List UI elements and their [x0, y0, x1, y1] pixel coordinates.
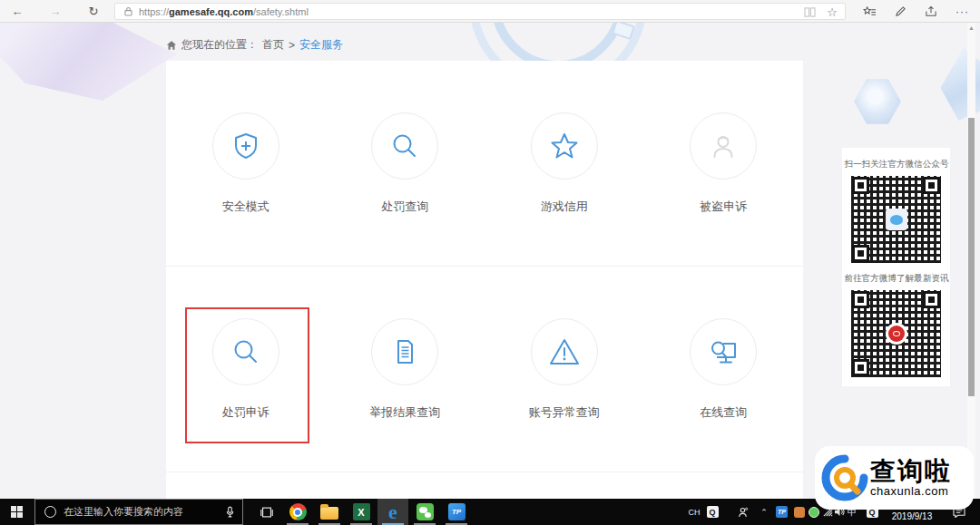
services-row-2: 处罚申诉 举报结果查询 账号异常查询 — [166, 267, 803, 472]
watermark-title: 查询啦 — [870, 458, 952, 485]
url-text: https://gamesafe.qq.com/safety.shtml — [139, 6, 309, 17]
shield-plus-icon — [212, 112, 279, 180]
taskbar-chrome[interactable] — [282, 499, 313, 525]
chrome-icon — [289, 503, 307, 520]
qr-finder — [852, 245, 869, 262]
breadcrumb-current[interactable]: 安全服务 — [299, 37, 343, 53]
service-label: 处罚申诉 — [222, 404, 270, 421]
service-label: 在线查询 — [700, 404, 747, 421]
service-punish-appeal[interactable]: 处罚申诉 — [166, 267, 326, 472]
reading-view-icon[interactable] — [804, 7, 816, 17]
forward-button[interactable]: → — [44, 0, 67, 23]
microphone-icon[interactable] — [226, 506, 234, 518]
qr-finder — [852, 359, 869, 376]
watermark-domain: chaxunla.com — [870, 485, 952, 498]
favorite-star-icon[interactable]: ☆ — [827, 5, 838, 19]
social-qr-panel: 扫一扫关注官方微信公众号 前往官方微博了解最新资讯 — [842, 148, 950, 386]
qr-finder — [852, 291, 869, 308]
tray-tp-icon[interactable]: TP — [774, 499, 789, 525]
document-icon — [371, 318, 438, 385]
services-card: 安全模式 处罚查询 游戏信用 — [166, 61, 803, 499]
services-row-1: 安全模式 处罚查询 游戏信用 — [166, 61, 803, 266]
service-stolen-appeal[interactable]: 被盗申诉 — [644, 61, 804, 266]
service-online-query[interactable]: 在线查询 — [644, 267, 804, 472]
service-game-credit[interactable]: 游戏信用 — [485, 61, 644, 266]
url-domain: gamesafe.qq.com — [169, 6, 253, 17]
service-label: 处罚查询 — [381, 199, 428, 215]
row-divider — [166, 472, 803, 472]
service-report-result-query[interactable]: 举报结果查询 — [326, 267, 485, 472]
clock-date: 2019/9/13 — [882, 511, 942, 522]
excel-icon: X — [353, 503, 370, 520]
hub-favorites-icon[interactable] — [863, 5, 877, 17]
edge-icon: e — [388, 502, 397, 522]
service-label: 安全模式 — [222, 199, 270, 215]
wechat-logo-icon — [886, 209, 907, 230]
decor-hexagon-character — [854, 77, 901, 126]
more-options-icon[interactable]: ··· — [956, 5, 969, 18]
weibo-logo-icon — [886, 323, 907, 345]
tray-show-hidden-icons[interactable]: ⌃ — [757, 499, 771, 525]
windows-logo-icon — [11, 506, 23, 518]
qr-finder — [923, 291, 940, 308]
service-account-abnormal-query[interactable]: 账号异常查询 — [485, 267, 644, 472]
taskbar-wechat[interactable] — [409, 499, 440, 525]
wechat-caption: 扫一扫关注官方微信公众号 — [844, 158, 947, 170]
tray-people-icon[interactable] — [733, 499, 751, 525]
breadcrumb-separator: > — [289, 39, 295, 52]
wechat-qr-code — [851, 176, 941, 263]
tray-orange-app-icon[interactable] — [792, 499, 807, 525]
breadcrumb-home-icon — [166, 40, 177, 51]
screen: ← → ↻ https://gamesafe.qq.com/safety.sht… — [0, 0, 980, 525]
web-note-pen-icon[interactable] — [895, 5, 906, 17]
taskbar-edge-active[interactable]: e — [377, 499, 408, 525]
tray-ime-mode[interactable]: CH — [686, 499, 702, 525]
start-button[interactable] — [0, 499, 33, 525]
service-label: 被盗申诉 — [700, 199, 747, 215]
breadcrumb-prefix: 您现在的位置： — [181, 37, 258, 53]
scrollbar-thumb[interactable] — [968, 118, 975, 396]
star-icon — [531, 112, 598, 180]
service-label: 举报结果查询 — [369, 404, 440, 421]
scrollbar-up-arrow[interactable]: ▲ — [967, 24, 975, 33]
service-label: 游戏信用 — [541, 199, 588, 215]
taskbar-search-box[interactable]: 在这里输入你要搜索的内容 — [34, 499, 243, 525]
chaxunla-logo-icon — [821, 454, 868, 501]
chaxunla-watermark: 查询啦 chaxunla.com — [815, 446, 974, 510]
taskbar-tp[interactable]: TP — [441, 499, 472, 525]
taskbar-excel[interactable]: X — [346, 499, 377, 525]
task-view-button[interactable] — [252, 499, 281, 525]
decor-crystal-topleft — [0, 23, 177, 101]
wechat-icon — [416, 503, 434, 520]
qr-finder — [923, 177, 940, 194]
tray-sogou-icon[interactable]: Q — [704, 499, 720, 525]
browser-toolbar: ← → ↻ https://gamesafe.qq.com/safety.sht… — [0, 0, 980, 23]
user-icon — [690, 112, 757, 180]
tp-icon: TP — [448, 503, 466, 520]
folder-icon — [320, 507, 338, 520]
qr-finder — [852, 177, 869, 194]
breadcrumb: 您现在的位置： 首页 > 安全服务 — [166, 37, 343, 53]
weibo-qr-code — [851, 290, 941, 377]
taskbar-file-explorer[interactable] — [314, 499, 345, 525]
monitor-search-icon — [690, 318, 757, 385]
warning-triangle-icon — [531, 318, 598, 385]
share-icon[interactable] — [925, 5, 937, 17]
taskbar-search-placeholder: 在这里输入你要搜索的内容 — [64, 505, 226, 519]
webpage: 您现在的位置： 首页 > 安全服务 安全模式 处罚查询 — [0, 23, 980, 499]
weibo-caption: 前往官方微博了解最新资讯 — [844, 272, 947, 284]
service-safe-mode[interactable]: 安全模式 — [166, 61, 326, 266]
cortana-icon — [44, 506, 56, 518]
service-punish-query[interactable]: 处罚查询 — [326, 61, 485, 266]
page-scrollbar[interactable]: ▲ ▼ — [967, 23, 975, 499]
refresh-button[interactable]: ↻ — [82, 0, 105, 23]
address-bar[interactable]: https://gamesafe.qq.com/safety.shtml ☆ — [114, 3, 846, 20]
search-icon — [371, 112, 438, 180]
breadcrumb-home-link[interactable]: 首页 — [262, 37, 284, 53]
service-label: 账号异常查询 — [529, 404, 600, 421]
search-icon — [212, 318, 279, 385]
back-button[interactable]: ← — [5, 0, 29, 23]
lock-icon — [124, 6, 132, 16]
